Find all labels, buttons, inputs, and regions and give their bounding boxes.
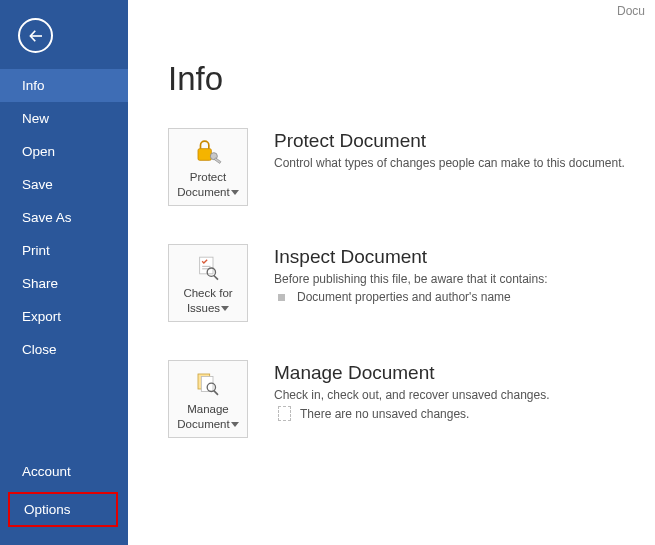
section-description: Before publishing this file, be aware th… [274,272,548,286]
chevron-down-icon [221,301,229,315]
sidebar-item-label: Account [22,464,71,479]
sidebar-item-label: Close [22,342,57,357]
sidebar-item-options[interactable]: Options [8,492,118,527]
sidebar-item-label: Open [22,144,55,159]
sidebar-item-share[interactable]: Share [0,267,128,300]
protect-document-button[interactable]: Protect Document [168,128,248,206]
sidebar-item-save-as[interactable]: Save As [0,201,128,234]
sidebar-item-label: New [22,111,49,126]
svg-line-9 [214,276,218,280]
documents-magnifier-icon [193,367,223,401]
unsaved-page-icon [278,406,291,421]
svg-rect-3 [214,158,221,164]
manage-status-text: There are no unsaved changes. [300,407,469,421]
content-area: Docu Info Protect Document [128,0,655,545]
sidebar-item-label: Share [22,276,58,291]
sidebar-item-label: Save As [22,210,72,225]
back-button[interactable] [18,18,53,53]
svg-marker-10 [221,306,229,311]
sidebar-item-label: Print [22,243,50,258]
sidebar-item-label: Save [22,177,53,192]
checklist-magnifier-icon [193,251,223,285]
section-heading: Protect Document [274,130,625,152]
sidebar-item-new[interactable]: New [0,102,128,135]
sidebar-item-save[interactable]: Save [0,168,128,201]
svg-rect-1 [198,149,211,161]
section-protect-document: Protect Document Protect Document Contro… [168,128,655,206]
backstage-sidebar: Info New Open Save Save As Print Share E… [0,0,128,545]
svg-marker-4 [231,190,239,195]
sidebar-item-label: Info [22,78,45,93]
svg-line-14 [214,391,218,395]
button-text-l1: Check for [183,287,232,299]
chevron-down-icon [231,185,239,199]
section-inspect-document: Check for Issues Inspect Document Before… [168,244,655,322]
sidebar-item-open[interactable]: Open [0,135,128,168]
sidebar-item-label: Export [22,309,61,324]
inspect-bullet-row: Document properties and author's name [274,290,548,304]
document-title-hint: Docu [617,4,645,18]
sidebar-item-export[interactable]: Export [0,300,128,333]
button-text-l1: Protect [190,171,226,183]
inspect-bullet-text: Document properties and author's name [297,290,511,304]
manage-status-row: There are no unsaved changes. [274,406,550,421]
svg-marker-15 [231,422,239,427]
back-arrow-icon [27,27,45,45]
sidebar-item-info[interactable]: Info [0,69,128,102]
button-text-l1: Manage [187,403,229,415]
square-bullet-icon [278,294,285,301]
section-manage-document: Manage Document Manage Document Check in… [168,360,655,438]
sidebar-item-account[interactable]: Account [0,455,128,488]
section-description: Check in, check out, and recover unsaved… [274,388,550,402]
chevron-down-icon [231,417,239,431]
sidebar-item-print[interactable]: Print [0,234,128,267]
manage-document-button[interactable]: Manage Document [168,360,248,438]
section-description: Control what types of changes people can… [274,156,625,170]
page-title: Info [168,60,655,98]
section-heading: Manage Document [274,362,550,384]
button-text-l2: Document [177,186,229,198]
sidebar-item-label: Options [24,502,71,517]
button-text-l2: Issues [187,302,220,314]
section-heading: Inspect Document [274,246,548,268]
sidebar-item-close[interactable]: Close [0,333,128,366]
lock-key-icon [193,135,223,169]
check-for-issues-button[interactable]: Check for Issues [168,244,248,322]
button-text-l2: Document [177,418,229,430]
